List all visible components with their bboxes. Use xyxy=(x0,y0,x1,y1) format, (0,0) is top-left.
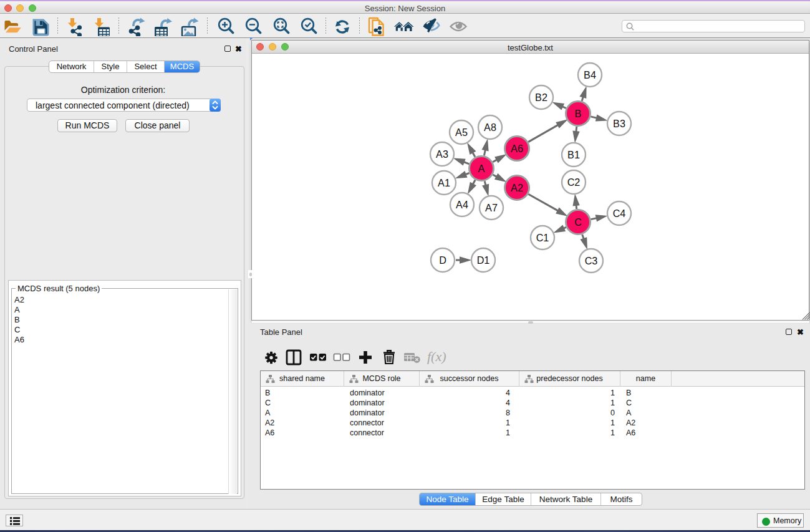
svg-text:B4: B4 xyxy=(584,69,596,80)
svg-text:C1: C1 xyxy=(536,232,549,243)
svg-text:A2: A2 xyxy=(511,182,523,193)
svg-text:B1: B1 xyxy=(567,149,580,160)
svg-text:C2: C2 xyxy=(567,177,581,188)
svg-text:B: B xyxy=(575,108,582,119)
svg-text:D1: D1 xyxy=(477,254,490,266)
svg-text:C: C xyxy=(574,216,582,228)
svg-text:C3: C3 xyxy=(585,255,598,266)
svg-text:A1: A1 xyxy=(438,177,450,188)
svg-text:A7: A7 xyxy=(485,202,498,213)
svg-text:D: D xyxy=(439,254,446,266)
svg-text:A: A xyxy=(478,163,485,174)
svg-text:A6: A6 xyxy=(511,143,523,154)
svg-text:A4: A4 xyxy=(456,199,468,210)
svg-text:A8: A8 xyxy=(484,122,496,133)
svg-text:B3: B3 xyxy=(613,118,625,129)
svg-text:A3: A3 xyxy=(436,148,448,160)
svg-text:B2: B2 xyxy=(535,92,547,103)
svg-text:C4: C4 xyxy=(613,208,626,219)
svg-text:A5: A5 xyxy=(455,127,468,138)
